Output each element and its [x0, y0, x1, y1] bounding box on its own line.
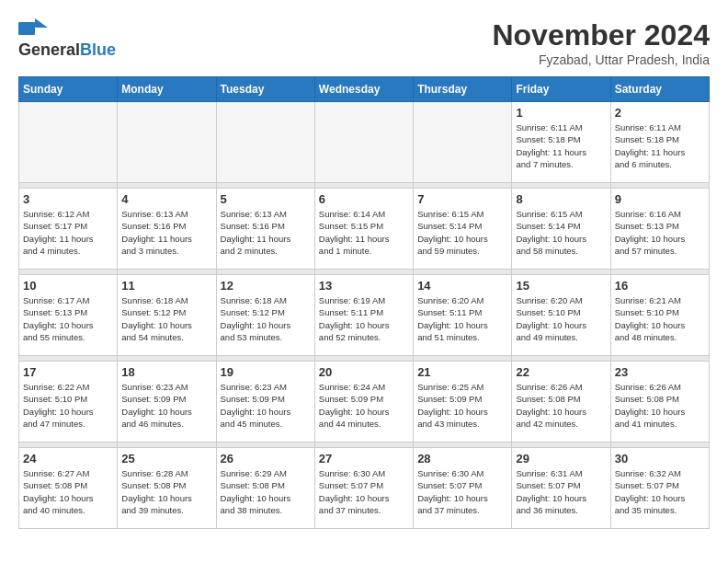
- weekday-header-thursday: Thursday: [414, 77, 512, 102]
- day-info: Sunrise: 6:30 AMSunset: 5:07 PMDaylight:…: [319, 467, 409, 516]
- day-number: 29: [516, 452, 606, 465]
- calendar-cell: 16Sunrise: 6:21 AMSunset: 5:10 PMDayligh…: [610, 275, 709, 356]
- day-info: Sunrise: 6:27 AMSunset: 5:08 PMDaylight:…: [23, 467, 113, 516]
- day-info: Sunrise: 6:31 AMSunset: 5:07 PMDaylight:…: [516, 467, 606, 516]
- calendar-cell: 12Sunrise: 6:18 AMSunset: 5:12 PMDayligh…: [216, 275, 314, 356]
- day-info: Sunrise: 6:17 AMSunset: 5:13 PMDaylight:…: [23, 294, 113, 343]
- calendar-cell: 5Sunrise: 6:13 AMSunset: 5:16 PMDaylight…: [216, 189, 314, 270]
- calendar-cell: 9Sunrise: 6:16 AMSunset: 5:13 PMDaylight…: [610, 189, 709, 270]
- calendar-cell: 15Sunrise: 6:20 AMSunset: 5:10 PMDayligh…: [512, 275, 610, 356]
- calendar-cell: 22Sunrise: 6:26 AMSunset: 5:08 PMDayligh…: [512, 362, 610, 442]
- day-info: Sunrise: 6:20 AMSunset: 5:11 PMDaylight:…: [417, 294, 507, 343]
- day-number: 7: [417, 192, 507, 206]
- day-info: Sunrise: 6:23 AMSunset: 5:09 PMDaylight:…: [121, 381, 211, 430]
- day-info: Sunrise: 6:26 AMSunset: 5:08 PMDaylight:…: [615, 381, 705, 430]
- day-info: Sunrise: 6:15 AMSunset: 5:14 PMDaylight:…: [417, 208, 507, 257]
- calendar-cell: 4Sunrise: 6:13 AMSunset: 5:16 PMDaylight…: [118, 189, 216, 270]
- logo-icon: [18, 18, 48, 39]
- day-number: 22: [516, 365, 606, 379]
- logo: General Blue: [18, 18, 116, 60]
- day-number: 28: [417, 452, 507, 465]
- day-info: Sunrise: 6:29 AMSunset: 5:08 PMDaylight:…: [221, 467, 311, 516]
- week-row-4: 17Sunrise: 6:22 AMSunset: 5:10 PMDayligh…: [19, 362, 710, 442]
- week-row-3: 10Sunrise: 6:17 AMSunset: 5:13 PMDayligh…: [19, 275, 710, 356]
- day-info: Sunrise: 6:19 AMSunset: 5:11 PMDaylight:…: [319, 294, 409, 343]
- day-info: Sunrise: 6:16 AMSunset: 5:13 PMDaylight:…: [615, 208, 705, 257]
- day-info: Sunrise: 6:21 AMSunset: 5:10 PMDaylight:…: [615, 294, 705, 343]
- week-row-1: 1Sunrise: 6:11 AMSunset: 5:18 PMDaylight…: [19, 102, 710, 183]
- calendar-cell: [314, 102, 413, 183]
- day-number: 26: [221, 452, 311, 465]
- calendar-cell: 13Sunrise: 6:19 AMSunset: 5:11 PMDayligh…: [314, 275, 413, 356]
- day-number: 9: [615, 192, 705, 206]
- day-info: Sunrise: 6:23 AMSunset: 5:09 PMDaylight:…: [221, 381, 311, 430]
- day-number: 11: [121, 279, 211, 293]
- calendar-cell: 3Sunrise: 6:12 AMSunset: 5:17 PMDaylight…: [19, 189, 118, 270]
- calendar-cell: 21Sunrise: 6:25 AMSunset: 5:09 PMDayligh…: [414, 362, 512, 442]
- calendar-cell: [118, 102, 216, 183]
- calendar-cell: 6Sunrise: 6:14 AMSunset: 5:15 PMDaylight…: [314, 189, 413, 270]
- weekday-header-friday: Friday: [512, 77, 610, 102]
- day-number: 25: [121, 452, 211, 465]
- day-info: Sunrise: 6:13 AMSunset: 5:16 PMDaylight:…: [221, 208, 311, 257]
- calendar-cell: 20Sunrise: 6:24 AMSunset: 5:09 PMDayligh…: [314, 362, 413, 442]
- calendar-cell: 10Sunrise: 6:17 AMSunset: 5:13 PMDayligh…: [19, 275, 118, 356]
- calendar-cell: 8Sunrise: 6:15 AMSunset: 5:14 PMDaylight…: [512, 189, 610, 270]
- day-info: Sunrise: 6:26 AMSunset: 5:08 PMDaylight:…: [516, 381, 606, 430]
- day-number: 18: [121, 365, 211, 379]
- day-info: Sunrise: 6:14 AMSunset: 5:15 PMDaylight:…: [319, 208, 409, 257]
- day-info: Sunrise: 6:20 AMSunset: 5:10 PMDaylight:…: [516, 294, 606, 343]
- calendar-cell: 29Sunrise: 6:31 AMSunset: 5:07 PMDayligh…: [512, 448, 610, 529]
- calendar-cell: 17Sunrise: 6:22 AMSunset: 5:10 PMDayligh…: [19, 362, 118, 442]
- day-number: 10: [23, 279, 113, 293]
- weekday-header-sunday: Sunday: [19, 77, 118, 102]
- calendar-cell: 25Sunrise: 6:28 AMSunset: 5:08 PMDayligh…: [118, 448, 216, 529]
- day-number: 6: [319, 192, 409, 206]
- day-number: 20: [319, 365, 409, 379]
- calendar-cell: 26Sunrise: 6:29 AMSunset: 5:08 PMDayligh…: [216, 448, 314, 529]
- calendar-cell: [19, 102, 118, 183]
- day-info: Sunrise: 6:32 AMSunset: 5:07 PMDaylight:…: [615, 467, 705, 516]
- day-info: Sunrise: 6:11 AMSunset: 5:18 PMDaylight:…: [615, 121, 705, 170]
- day-number: 14: [417, 279, 507, 293]
- calendar-cell: 27Sunrise: 6:30 AMSunset: 5:07 PMDayligh…: [314, 448, 413, 529]
- day-info: Sunrise: 6:15 AMSunset: 5:14 PMDaylight:…: [516, 208, 606, 257]
- title-block: November 2024 Fyzabad, Uttar Pradesh, In…: [492, 18, 710, 67]
- day-number: 15: [516, 279, 606, 293]
- calendar-cell: 24Sunrise: 6:27 AMSunset: 5:08 PMDayligh…: [19, 448, 118, 529]
- calendar-cell: 23Sunrise: 6:26 AMSunset: 5:08 PMDayligh…: [610, 362, 709, 442]
- day-number: 4: [121, 192, 211, 206]
- day-number: 30: [615, 452, 705, 465]
- calendar-cell: 28Sunrise: 6:30 AMSunset: 5:07 PMDayligh…: [414, 448, 512, 529]
- day-info: Sunrise: 6:18 AMSunset: 5:12 PMDaylight:…: [221, 294, 311, 343]
- day-number: 17: [23, 365, 113, 379]
- weekday-header-monday: Monday: [118, 77, 216, 102]
- day-number: 19: [221, 365, 311, 379]
- calendar-cell: 30Sunrise: 6:32 AMSunset: 5:07 PMDayligh…: [610, 448, 709, 529]
- day-number: 23: [615, 365, 705, 379]
- day-number: 13: [319, 279, 409, 293]
- day-number: 12: [221, 279, 311, 293]
- svg-rect-0: [18, 22, 35, 35]
- weekday-header-saturday: Saturday: [610, 77, 709, 102]
- day-number: 3: [23, 192, 113, 206]
- day-info: Sunrise: 6:18 AMSunset: 5:12 PMDaylight:…: [121, 294, 211, 343]
- calendar-cell: [414, 102, 512, 183]
- day-number: 8: [516, 192, 606, 206]
- week-row-5: 24Sunrise: 6:27 AMSunset: 5:08 PMDayligh…: [19, 448, 710, 529]
- calendar-cell: [216, 102, 314, 183]
- calendar-cell: 11Sunrise: 6:18 AMSunset: 5:12 PMDayligh…: [118, 275, 216, 356]
- day-number: 27: [319, 452, 409, 465]
- day-info: Sunrise: 6:12 AMSunset: 5:17 PMDaylight:…: [23, 208, 113, 257]
- calendar-cell: 1Sunrise: 6:11 AMSunset: 5:18 PMDaylight…: [512, 102, 610, 183]
- day-info: Sunrise: 6:30 AMSunset: 5:07 PMDaylight:…: [417, 467, 507, 516]
- calendar-cell: 18Sunrise: 6:23 AMSunset: 5:09 PMDayligh…: [118, 362, 216, 442]
- day-number: 1: [516, 106, 606, 120]
- location: Fyzabad, Uttar Pradesh, India: [492, 52, 710, 67]
- day-number: 24: [23, 452, 113, 465]
- page-header: General Blue November 2024 Fyzabad, Utta…: [18, 18, 710, 67]
- month-year: November 2024: [492, 18, 710, 52]
- calendar-cell: 2Sunrise: 6:11 AMSunset: 5:18 PMDaylight…: [610, 102, 709, 183]
- logo-general: General: [18, 40, 80, 60]
- day-number: 5: [221, 192, 311, 206]
